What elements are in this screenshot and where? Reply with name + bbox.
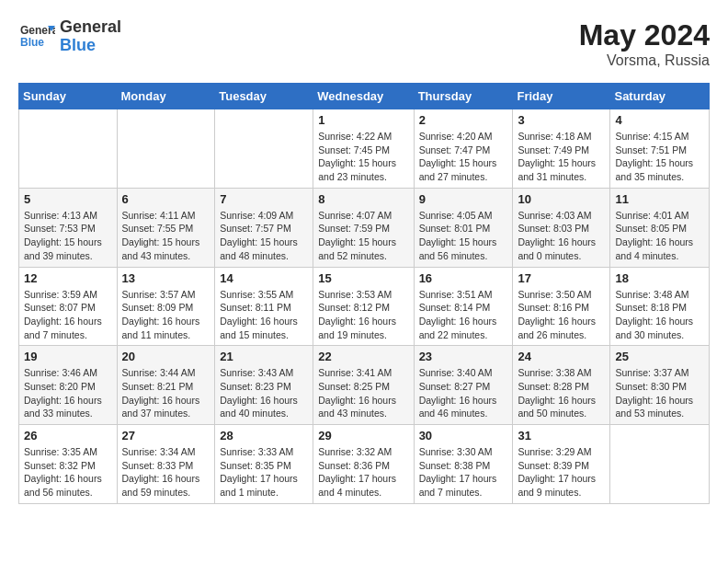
calendar-cell: 20Sunrise: 3:44 AM Sunset: 8:21 PM Dayli… [117,346,215,425]
day-number: 17 [518,271,605,285]
calendar-cell: 7Sunrise: 4:09 AM Sunset: 7:57 PM Daylig… [215,188,313,267]
svg-text:Blue: Blue [20,36,44,49]
weekday-header: Friday [513,84,610,109]
calendar-cell: 1Sunrise: 4:22 AM Sunset: 7:45 PM Daylig… [313,109,414,189]
day-number: 9 [419,192,508,206]
calendar-cell: 9Sunrise: 4:05 AM Sunset: 8:01 PM Daylig… [414,188,513,267]
calendar-cell: 15Sunrise: 3:53 AM Sunset: 8:12 PM Dayli… [313,267,414,346]
day-number: 10 [518,192,605,206]
calendar-cell: 17Sunrise: 3:50 AM Sunset: 8:16 PM Dayli… [513,267,610,346]
day-number: 4 [615,113,704,127]
calendar-cell: 18Sunrise: 3:48 AM Sunset: 8:18 PM Dayli… [610,267,710,346]
cell-info: Sunrise: 3:55 AM Sunset: 8:11 PM Dayligh… [220,288,308,342]
cell-info: Sunrise: 3:38 AM Sunset: 8:28 PM Dayligh… [518,366,605,420]
logo-line2: Blue [60,37,121,55]
cell-info: Sunrise: 3:59 AM Sunset: 8:07 PM Dayligh… [24,288,112,342]
calendar-cell: 24Sunrise: 3:38 AM Sunset: 8:28 PM Dayli… [513,346,610,425]
calendar-table: SundayMondayTuesdayWednesdayThursdayFrid… [18,83,710,504]
day-number: 12 [24,271,112,285]
calendar-cell: 31Sunrise: 3:29 AM Sunset: 8:39 PM Dayli… [513,425,610,504]
day-number: 8 [318,192,408,206]
page-header: General Blue General Blue May 2024 Vorsm… [18,18,710,69]
weekday-header: Sunday [19,84,118,109]
title-section: May 2024 Vorsma, Russia [579,18,710,69]
day-number: 5 [24,192,112,206]
day-number: 14 [220,271,308,285]
weekday-header: Tuesday [215,84,313,109]
calendar-cell: 27Sunrise: 3:34 AM Sunset: 8:33 PM Dayli… [117,425,215,504]
logo-line1: General [60,18,121,37]
calendar-cell: 25Sunrise: 3:37 AM Sunset: 8:30 PM Dayli… [610,346,710,425]
cell-info: Sunrise: 4:01 AM Sunset: 8:05 PM Dayligh… [615,209,704,263]
calendar-cell: 23Sunrise: 3:40 AM Sunset: 8:27 PM Dayli… [414,346,513,425]
cell-info: Sunrise: 3:33 AM Sunset: 8:35 PM Dayligh… [220,445,308,500]
calendar-cell: 2Sunrise: 4:20 AM Sunset: 7:47 PM Daylig… [414,109,513,189]
cell-info: Sunrise: 3:48 AM Sunset: 8:18 PM Dayligh… [615,288,704,342]
logo-icon: General Blue [18,18,55,55]
cell-info: Sunrise: 4:15 AM Sunset: 7:51 PM Dayligh… [615,130,704,184]
calendar-header: SundayMondayTuesdayWednesdayThursdayFrid… [19,84,710,109]
calendar-week-row: 12Sunrise: 3:59 AM Sunset: 8:07 PM Dayli… [19,267,710,346]
day-number: 25 [615,350,704,363]
calendar-cell: 12Sunrise: 3:59 AM Sunset: 8:07 PM Dayli… [19,267,118,346]
day-number: 21 [220,350,308,363]
cell-info: Sunrise: 4:09 AM Sunset: 7:57 PM Dayligh… [220,209,308,263]
cell-info: Sunrise: 4:22 AM Sunset: 7:45 PM Dayligh… [318,130,408,184]
cell-info: Sunrise: 3:37 AM Sunset: 8:30 PM Dayligh… [615,366,704,420]
day-number: 23 [419,350,508,363]
calendar-cell: 10Sunrise: 4:03 AM Sunset: 8:03 PM Dayli… [513,188,610,267]
cell-info: Sunrise: 3:46 AM Sunset: 8:20 PM Dayligh… [24,366,112,420]
calendar-cell: 14Sunrise: 3:55 AM Sunset: 8:11 PM Dayli… [215,267,313,346]
calendar-cell: 21Sunrise: 3:43 AM Sunset: 8:23 PM Dayli… [215,346,313,425]
calendar-cell: 29Sunrise: 3:32 AM Sunset: 8:36 PM Dayli… [313,425,414,504]
calendar-week-row: 1Sunrise: 4:22 AM Sunset: 7:45 PM Daylig… [19,109,710,189]
day-number: 24 [518,350,605,363]
day-number: 26 [24,429,112,442]
calendar-week-row: 26Sunrise: 3:35 AM Sunset: 8:32 PM Dayli… [19,425,710,504]
cell-info: Sunrise: 4:20 AM Sunset: 7:47 PM Dayligh… [419,130,508,184]
calendar-cell: 22Sunrise: 3:41 AM Sunset: 8:25 PM Dayli… [313,346,414,425]
cell-info: Sunrise: 4:18 AM Sunset: 7:49 PM Dayligh… [518,130,605,184]
cell-info: Sunrise: 3:44 AM Sunset: 8:21 PM Dayligh… [122,366,210,420]
weekday-header: Wednesday [313,84,414,109]
calendar-cell: 30Sunrise: 3:30 AM Sunset: 8:38 PM Dayli… [414,425,513,504]
cell-info: Sunrise: 3:41 AM Sunset: 8:25 PM Dayligh… [318,366,408,420]
cell-info: Sunrise: 3:29 AM Sunset: 8:39 PM Dayligh… [518,445,605,500]
calendar-cell: 3Sunrise: 4:18 AM Sunset: 7:49 PM Daylig… [513,109,610,189]
cell-info: Sunrise: 3:57 AM Sunset: 8:09 PM Dayligh… [122,288,210,342]
day-number: 29 [318,429,408,442]
day-number: 20 [122,350,210,363]
calendar-cell: 11Sunrise: 4:01 AM Sunset: 8:05 PM Dayli… [610,188,710,267]
weekday-header-row: SundayMondayTuesdayWednesdayThursdayFrid… [19,84,710,109]
cell-info: Sunrise: 3:40 AM Sunset: 8:27 PM Dayligh… [419,366,508,420]
day-number: 27 [122,429,210,442]
cell-info: Sunrise: 4:05 AM Sunset: 8:01 PM Dayligh… [419,209,508,263]
day-number: 6 [122,192,210,206]
calendar-cell: 28Sunrise: 3:33 AM Sunset: 8:35 PM Dayli… [215,425,313,504]
cell-info: Sunrise: 3:32 AM Sunset: 8:36 PM Dayligh… [318,445,408,500]
day-number: 22 [318,350,408,363]
calendar-cell: 8Sunrise: 4:07 AM Sunset: 7:59 PM Daylig… [313,188,414,267]
calendar-body: 1Sunrise: 4:22 AM Sunset: 7:45 PM Daylig… [19,109,710,504]
day-number: 2 [419,113,508,127]
calendar-cell [117,109,215,189]
day-number: 11 [615,192,704,206]
calendar-week-row: 5Sunrise: 4:13 AM Sunset: 7:53 PM Daylig… [19,188,710,267]
calendar-cell: 6Sunrise: 4:11 AM Sunset: 7:55 PM Daylig… [117,188,215,267]
day-number: 13 [122,271,210,285]
weekday-header: Saturday [610,84,710,109]
day-number: 28 [220,429,308,442]
cell-info: Sunrise: 4:13 AM Sunset: 7:53 PM Dayligh… [24,209,112,263]
cell-info: Sunrise: 3:30 AM Sunset: 8:38 PM Dayligh… [419,445,508,500]
weekday-header: Monday [117,84,215,109]
logo: General Blue General Blue [18,18,121,55]
day-number: 3 [518,113,605,127]
cell-info: Sunrise: 3:43 AM Sunset: 8:23 PM Dayligh… [220,366,308,420]
cell-info: Sunrise: 3:35 AM Sunset: 8:32 PM Dayligh… [24,445,112,500]
day-number: 31 [518,429,605,442]
calendar-cell: 16Sunrise: 3:51 AM Sunset: 8:14 PM Dayli… [414,267,513,346]
calendar-week-row: 19Sunrise: 3:46 AM Sunset: 8:20 PM Dayli… [19,346,710,425]
cell-info: Sunrise: 4:03 AM Sunset: 8:03 PM Dayligh… [518,209,605,263]
calendar-cell: 19Sunrise: 3:46 AM Sunset: 8:20 PM Dayli… [19,346,118,425]
cell-info: Sunrise: 3:50 AM Sunset: 8:16 PM Dayligh… [518,288,605,342]
